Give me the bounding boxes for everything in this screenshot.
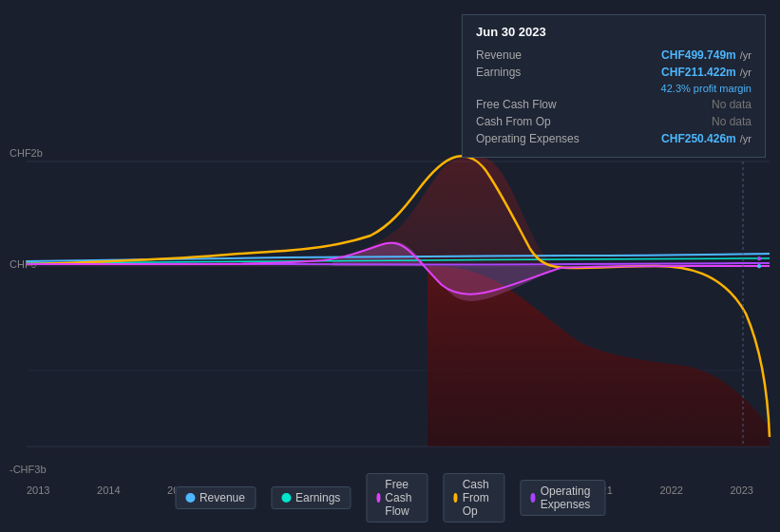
tooltip-cashop-row: Cash From Op No data (476, 113, 751, 130)
tooltip-revenue-unit: /yr (740, 49, 751, 61)
tooltip-revenue-label: Revenue (476, 48, 599, 62)
tooltip-panel: Jun 30 2023 Revenue CHF499.749m /yr Earn… (462, 14, 766, 158)
tooltip-opex-row: Operating Expenses CHF250.426m /yr (476, 130, 751, 147)
legend-revenue[interactable]: Revenue (175, 486, 256, 509)
tooltip-earnings-row: Earnings CHF211.422m /yr 42.3% profit ma… (476, 64, 751, 96)
tooltip-earnings-unit: /yr (740, 66, 751, 78)
legend-cashop[interactable]: Cash From Op (443, 473, 504, 522)
tooltip-fcf-value: No data (712, 98, 751, 111)
x-label-2014: 2014 (97, 484, 120, 496)
x-label-2013: 2013 (27, 484, 49, 496)
tooltip-cashop-label: Cash From Op (476, 115, 599, 128)
chart-svg: ● ● (0, 142, 780, 466)
legend: Revenue Earnings Free Cash Flow Cash Fro… (175, 473, 605, 522)
legend-earnings[interactable]: Earnings (271, 486, 351, 509)
legend-revenue-label: Revenue (200, 491, 245, 504)
tooltip-fcf-label: Free Cash Flow (476, 98, 599, 111)
legend-opex-dot (530, 493, 535, 503)
legend-earnings-label: Earnings (295, 491, 340, 504)
legend-opex-label: Operating Expenses (541, 484, 595, 511)
tooltip-cashop-value: No data (712, 115, 751, 128)
tooltip-earnings-value: CHF211.422m (661, 66, 736, 79)
tooltip-earnings-label: Earnings (476, 66, 599, 79)
legend-earnings-dot (281, 493, 291, 503)
tooltip-revenue-value: CHF499.749m (661, 48, 736, 62)
svg-text:●: ● (756, 253, 762, 263)
tooltip-opex-unit: /yr (740, 133, 751, 144)
tooltip-opex-value: CHF250.426m (661, 132, 736, 145)
legend-fcf-label: Free Cash Flow (385, 478, 417, 518)
legend-revenue-dot (185, 493, 195, 503)
tooltip-revenue-row: Revenue CHF499.749m /yr (476, 47, 751, 64)
legend-cashop-dot (453, 493, 457, 503)
legend-opex[interactable]: Operating Expenses (520, 480, 605, 516)
tooltip-profit-margin: 42.3% profit margin (661, 83, 751, 94)
legend-fcf-dot (376, 493, 380, 503)
tooltip-opex-label: Operating Expenses (476, 132, 599, 145)
x-label-2022: 2022 (659, 484, 682, 496)
tooltip-date: Jun 30 2023 (476, 25, 751, 39)
tooltip-fcf-row: Free Cash Flow No data (476, 96, 751, 113)
legend-fcf[interactable]: Free Cash Flow (366, 473, 428, 522)
legend-cashop-label: Cash From Op (463, 478, 495, 518)
x-label-2023: 2023 (730, 484, 752, 496)
